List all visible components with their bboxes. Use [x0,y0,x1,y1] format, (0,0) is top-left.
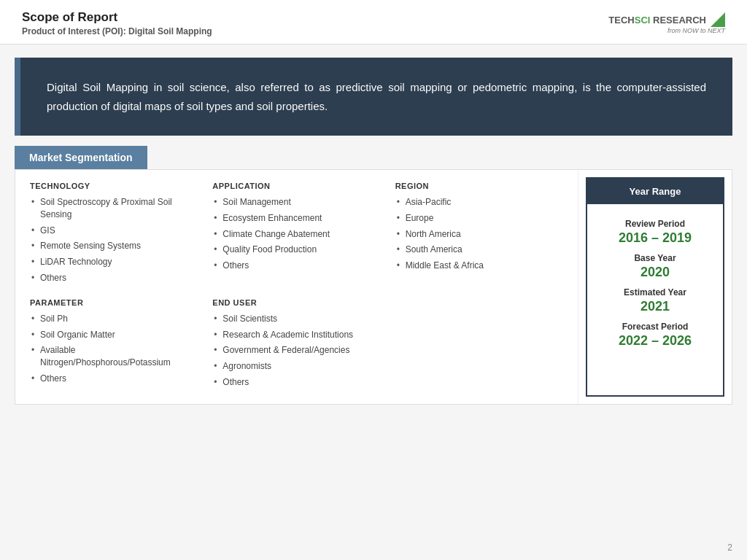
segmentation-section: Market Segmentation TECHNOLOGY Soil Spec… [15,146,732,405]
parameter-label: PARAMETER [30,298,190,307]
parameter-list: Soil Ph Soil Organic Matter Available Ni… [30,313,190,385]
application-label: APPLICATION [212,182,373,190]
seg-top-row: TECHNOLOGY Soil Spectroscopy & Proximal … [30,182,563,288]
year-range-body: Review Period 2016 – 2019 Base Year 2020… [587,204,723,356]
list-item: Climate Change Abatement [212,228,373,241]
list-item: South America [395,244,556,256]
intro-block: Digital Soil Mapping in soil science, al… [15,58,732,136]
technology-col: TECHNOLOGY Soil Spectroscopy & Proximal … [30,182,198,288]
logo-tagline: from NOW to NEXT [667,27,725,34]
year-range-title: Year Range [630,186,681,197]
seg-bottom-row: PARAMETER Soil Ph Soil Organic Matter Av… [30,298,563,392]
list-item: Others [212,376,373,389]
year-range-box: Year Range Review Period 2016 – 2019 Bas… [586,177,724,397]
empty-col [395,298,563,392]
base-year-value: 2020 [597,265,713,280]
base-year-label: Base Year [597,253,713,263]
list-item: Others [30,373,190,385]
list-item: Quality Food Production [212,244,373,256]
year-range-header: Year Range [587,179,723,204]
list-item: Soil Management [212,196,373,209]
forecast-period-label: Forecast Period [597,322,713,332]
subtitle-prefix: Product of Interest (POI): [22,26,128,36]
list-item: Agronomists [212,360,373,373]
segmentation-header: Market Segmentation [15,146,147,169]
report-subtitle: Product of Interest (POI): Digital Soil … [22,26,212,36]
end-user-col: END USER Soil Scientists Research & Acad… [212,298,380,392]
review-period-label: Review Period [597,219,713,229]
list-item: Soil Organic Matter [30,329,190,341]
application-col: APPLICATION Soil Management Ecosystem En… [212,182,380,288]
technology-list: Soil Spectroscopy & Proximal Soil Sensin… [30,196,190,284]
technology-label: TECHNOLOGY [30,182,190,190]
list-item: Soil Spectroscopy & Proximal Soil Sensin… [30,196,190,221]
segmentation-title: Market Segmentation [29,152,133,163]
list-item: Ecosystem Enhancement [212,212,373,225]
list-item: Soil Ph [30,313,190,325]
estimated-year-label: Estimated Year [597,287,713,298]
list-item: GIS [30,225,190,237]
segmentation-left: TECHNOLOGY Soil Spectroscopy & Proximal … [15,170,578,404]
header-left: Scope of Report Product of Interest (POI… [22,10,212,36]
application-list: Soil Management Ecosystem Enhancement Cl… [212,196,373,272]
list-item: LiDAR Technology [30,256,190,268]
list-item: Middle East & Africa [395,260,556,272]
region-col: REGION Asia-Pacific Europe North America… [395,182,563,288]
logo-research: RESEARCH [650,15,706,26]
header: Scope of Report Product of Interest (POI… [0,0,747,44]
list-item: Government & Federal/Agencies [212,344,373,357]
logo-arrow-icon [711,12,725,27]
list-item: Others [30,272,190,284]
logo-sci: SCI [635,15,651,26]
review-period-value: 2016 – 2019 [597,230,713,246]
list-item: Remote Sensing Systems [30,240,190,252]
end-user-list: Soil Scientists Research & Academic Inst… [212,313,373,389]
list-item: Europe [395,212,556,225]
list-item: Soil Scientists [212,313,373,325]
forecast-period-value: 2022 – 2026 [597,333,713,349]
logo-tech: TECH [608,15,634,26]
logo: TECHSCI RESEARCH from NOW to NEXT [608,12,725,34]
logo-container: TECHSCI RESEARCH [608,12,725,27]
estimated-year-value: 2021 [597,299,713,314]
parameter-col: PARAMETER Soil Ph Soil Organic Matter Av… [30,298,198,392]
list-item: Available Nitrogen/Phosphorous/Potassium [30,344,190,369]
segmentation-body: TECHNOLOGY Soil Spectroscopy & Proximal … [15,169,732,405]
list-item: North America [395,228,556,241]
report-title: Scope of Report [22,10,212,25]
page-number: 2 [727,542,732,553]
region-list: Asia-Pacific Europe North America South … [395,196,556,272]
subtitle-poi: Digital Soil Mapping [128,26,212,36]
region-label: REGION [395,182,556,190]
list-item: Asia-Pacific [395,196,556,209]
intro-text: Digital Soil Mapping in soil science, al… [47,81,706,112]
end-user-label: END USER [212,298,373,307]
list-item: Research & Academic Institutions [212,329,373,341]
list-item: Others [212,260,373,272]
